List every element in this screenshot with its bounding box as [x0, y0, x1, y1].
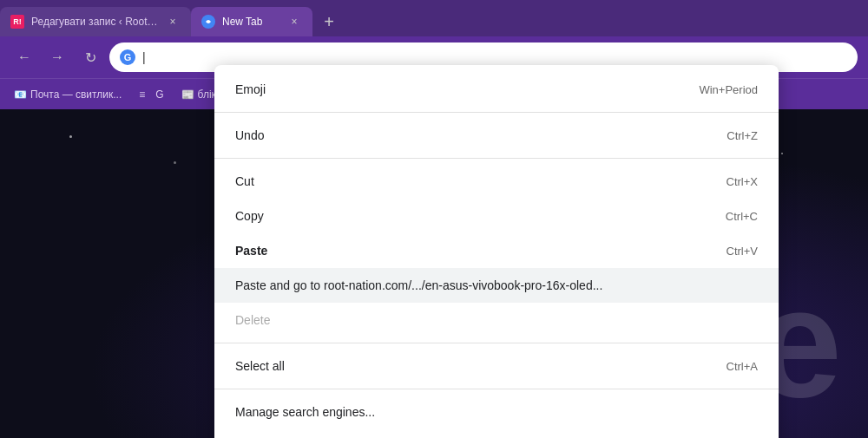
divider-2 — [214, 158, 779, 159]
menu-item-copy-label: Copy — [235, 209, 264, 223]
menu-item-show-full-urls[interactable]: Always show full URLs — [214, 429, 779, 438]
menu-item-paste-shortcut: Ctrl+V — [727, 245, 758, 258]
google-logo: G — [120, 49, 135, 65]
bookmark-mail[interactable]: 📧 Почта — свитлик... — [7, 85, 128, 104]
bookmark-blika-icon: 📰 — [181, 88, 194, 101]
back-button[interactable]: ← — [10, 43, 38, 71]
menu-item-copy[interactable]: Copy Ctrl+C — [214, 199, 779, 233]
bookmark-g[interactable]: ≡ G — [132, 85, 170, 104]
menu-item-emoji-shortcut: Win+Period — [699, 83, 758, 96]
divider-1 — [214, 112, 779, 113]
menu-item-manage-engines[interactable]: Manage search engines... — [214, 395, 779, 429]
tab-bar: R! Редагувати запис ‹ Root Nation × New … — [0, 0, 868, 36]
menu-item-undo-shortcut: Ctrl+Z — [727, 129, 758, 142]
address-text: | — [142, 50, 847, 64]
menu-item-copy-shortcut: Ctrl+C — [726, 210, 758, 223]
back-icon: ← — [17, 49, 31, 65]
menu-item-cut-shortcut: Ctrl+X — [727, 175, 758, 188]
menu-item-select-all-label: Select all — [235, 359, 285, 373]
bookmark-g-icon: ≡ — [139, 88, 151, 101]
menu-item-paste-label: Paste — [235, 244, 267, 258]
bookmark-g-label: G — [155, 88, 163, 101]
forward-button[interactable]: → — [43, 43, 71, 71]
menu-item-undo[interactable]: Undo Ctrl+Z — [214, 118, 779, 153]
tab-title-root-nation: Редагувати запис ‹ Root Nation — [31, 16, 158, 28]
divider-4 — [214, 389, 779, 389]
menu-item-paste-go-label: Paste and go to root-nation.com/.../en-a… — [235, 278, 602, 292]
tab-root-nation[interactable]: R! Редагувати запис ‹ Root Nation × — [0, 7, 191, 36]
menu-item-cut-label: Cut — [235, 174, 254, 188]
tab-close-new-tab[interactable]: × — [286, 14, 302, 29]
tab-title-new-tab: New Tab — [222, 16, 279, 28]
menu-item-select-all-shortcut: Ctrl+A — [727, 360, 758, 373]
tab-close-root-nation[interactable]: × — [165, 14, 181, 29]
menu-item-delete-label: Delete — [235, 313, 270, 327]
tab-favicon-root-nation: R! — [10, 15, 24, 29]
star-6 — [781, 153, 783, 154]
menu-item-manage-engines-label: Manage search engines... — [235, 405, 375, 419]
menu-item-emoji[interactable]: Emoji Win+Period — [214, 72, 779, 107]
reload-button[interactable]: ↻ — [76, 43, 104, 71]
menu-item-cut[interactable]: Cut Ctrl+X — [214, 164, 779, 199]
tab-new-tab[interactable]: New Tab × — [191, 7, 312, 36]
tab-favicon-new-tab — [201, 15, 215, 29]
menu-item-paste[interactable]: Paste Ctrl+V — [214, 233, 779, 268]
bookmark-mail-icon: 📧 — [14, 88, 26, 101]
menu-item-delete: Delete — [214, 303, 779, 337]
reload-icon: ↻ — [85, 49, 96, 66]
forward-icon: → — [50, 49, 64, 65]
bookmark-mail-label: Почта — свитлик... — [30, 88, 122, 101]
star-2 — [174, 161, 176, 164]
star-1 — [69, 135, 72, 138]
divider-3 — [214, 343, 779, 343]
menu-item-select-all[interactable]: Select all Ctrl+A — [214, 349, 779, 383]
context-menu: Emoji Win+Period Undo Ctrl+Z Cut Ctrl+X … — [214, 65, 779, 438]
menu-item-undo-label: Undo — [235, 128, 264, 142]
tab-add-button[interactable]: + — [316, 9, 342, 35]
menu-item-paste-go[interactable]: Paste and go to root-nation.com/.../en-a… — [214, 268, 779, 303]
menu-item-emoji-label: Emoji — [235, 82, 266, 96]
